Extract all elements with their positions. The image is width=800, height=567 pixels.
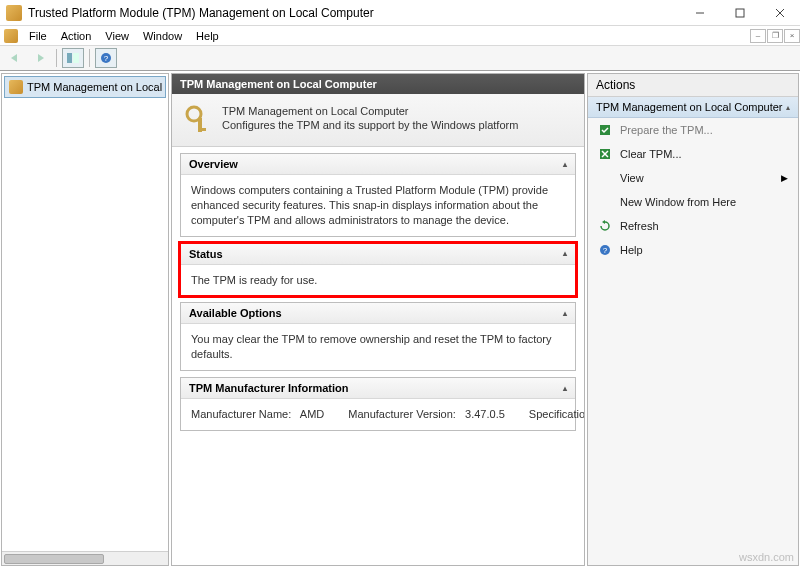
panel-options-header[interactable]: Available Options ▴ <box>181 303 575 324</box>
actions-pane: Actions TPM Management on Local Computer… <box>587 73 799 566</box>
tpm-node-icon <box>9 80 23 94</box>
mmc-icon <box>4 29 18 43</box>
panel-manufacturer-info: TPM Manufacturer Information ▴ Manufactu… <box>180 377 576 431</box>
panel-overview-header[interactable]: Overview ▴ <box>181 154 575 175</box>
panel-area: Overview ▴ Windows computers containing … <box>172 147 584 437</box>
action-label: Prepare the TPM... <box>620 124 713 136</box>
menu-window[interactable]: Window <box>136 28 189 44</box>
prepare-icon <box>598 123 612 137</box>
minimize-button[interactable] <box>680 0 720 26</box>
panel-status-body: The TPM is ready for use. <box>181 265 575 296</box>
details-intro: TPM Management on Local Computer Configu… <box>172 94 584 147</box>
tree-node-tpm-management[interactable]: TPM Management on Local Compu <box>4 76 166 98</box>
menu-view[interactable]: View <box>98 28 136 44</box>
panel-options-title: Available Options <box>189 307 282 319</box>
action-label: View <box>620 172 644 184</box>
spec-version-label: Specification Version: <box>529 408 585 420</box>
watermark: wsxdn.com <box>739 551 794 563</box>
menu-file[interactable]: File <box>22 28 54 44</box>
panel-overview-title: Overview <box>189 158 238 170</box>
action-clear-tpm[interactable]: Clear TPM... <box>588 142 798 166</box>
panel-mfr-title: TPM Manufacturer Information <box>189 382 349 394</box>
help-icon: ? <box>598 243 612 257</box>
panel-status-header[interactable]: Status ▴ <box>181 244 575 265</box>
panel-options-body: You may clear the TPM to remove ownershi… <box>181 324 575 370</box>
svg-text:?: ? <box>104 54 109 63</box>
panel-overview-body: Windows computers containing a Trusted P… <box>181 175 575 236</box>
manufacturer-row: Manufacturer Name: AMD Manufacturer Vers… <box>191 407 565 422</box>
mdi-close-button[interactable]: × <box>784 29 800 43</box>
mdi-restore-button[interactable]: ❐ <box>767 29 783 43</box>
title-bar: Trusted Platform Module (TPM) Management… <box>0 0 800 26</box>
help-button[interactable]: ? <box>95 48 117 68</box>
tpm-key-icon <box>184 104 212 136</box>
show-hide-console-tree-button[interactable] <box>62 48 84 68</box>
tree-node-label: TPM Management on Local Compu <box>27 81 166 93</box>
blank-icon <box>598 195 612 209</box>
panel-status: Status ▴ The TPM is ready for use. <box>180 243 576 297</box>
svg-rect-4 <box>67 53 72 63</box>
panel-status-title: Status <box>189 248 223 260</box>
collapse-icon: ▴ <box>563 384 567 393</box>
mfr-name-label: Manufacturer Name: <box>191 408 291 420</box>
action-refresh[interactable]: Refresh <box>588 214 798 238</box>
mfr-version-label: Manufacturer Version: <box>348 408 456 420</box>
intro-subtitle: Configures the TPM and its support by th… <box>222 118 518 132</box>
intro-title: TPM Management on Local Computer <box>222 104 518 118</box>
back-button[interactable] <box>4 48 26 68</box>
app-icon <box>6 5 22 21</box>
action-label: Clear TPM... <box>620 148 682 160</box>
svg-rect-1 <box>736 9 744 17</box>
window-title: Trusted Platform Module (TPM) Management… <box>28 6 680 20</box>
panel-available-options: Available Options ▴ You may clear the TP… <box>180 302 576 371</box>
close-button[interactable] <box>760 0 800 26</box>
collapse-icon: ▴ <box>786 103 790 112</box>
action-help[interactable]: ? Help <box>588 238 798 262</box>
submenu-arrow-icon: ▶ <box>781 173 788 183</box>
collapse-icon: ▴ <box>563 249 567 258</box>
action-new-window[interactable]: New Window from Here <box>588 190 798 214</box>
details-pane: TPM Management on Local Computer TPM Man… <box>171 73 585 566</box>
forward-button[interactable] <box>29 48 51 68</box>
action-prepare-tpm[interactable]: Prepare the TPM... <box>588 118 798 142</box>
toolbar-separator <box>56 49 57 67</box>
maximize-button[interactable] <box>720 0 760 26</box>
menu-help[interactable]: Help <box>189 28 226 44</box>
svg-text:?: ? <box>603 246 608 255</box>
action-label: Help <box>620 244 643 256</box>
panel-overview: Overview ▴ Windows computers containing … <box>180 153 576 237</box>
menu-action[interactable]: Action <box>54 28 99 44</box>
details-header: TPM Management on Local Computer <box>172 74 584 94</box>
action-view[interactable]: View ▶ <box>588 166 798 190</box>
action-label: New Window from Here <box>620 196 736 208</box>
refresh-icon <box>598 219 612 233</box>
workspace: TPM Management on Local Compu TPM Manage… <box>0 71 800 567</box>
blank-icon <box>598 171 612 185</box>
actions-header: Actions <box>588 74 798 97</box>
console-tree-pane: TPM Management on Local Compu <box>1 73 169 566</box>
scrollbar-thumb[interactable] <box>4 554 104 564</box>
toolbar-separator <box>89 49 90 67</box>
svg-rect-10 <box>198 128 206 131</box>
collapse-icon: ▴ <box>563 309 567 318</box>
panel-mfr-header[interactable]: TPM Manufacturer Information ▴ <box>181 378 575 399</box>
toolbar: ? <box>0 46 800 71</box>
clear-icon <box>598 147 612 161</box>
horizontal-scrollbar[interactable] <box>2 551 168 565</box>
mdi-minimize-button[interactable]: – <box>750 29 766 43</box>
actions-subheader-label: TPM Management on Local Computer <box>596 101 782 113</box>
svg-rect-5 <box>73 53 79 63</box>
collapse-icon: ▴ <box>563 160 567 169</box>
mfr-name-value: AMD <box>300 408 324 420</box>
action-label: Refresh <box>620 220 659 232</box>
menu-bar: File Action View Window Help – ❐ × <box>0 26 800 46</box>
actions-subheader[interactable]: TPM Management on Local Computer ▴ <box>588 97 798 118</box>
mfr-version-value: 3.47.0.5 <box>465 408 505 420</box>
